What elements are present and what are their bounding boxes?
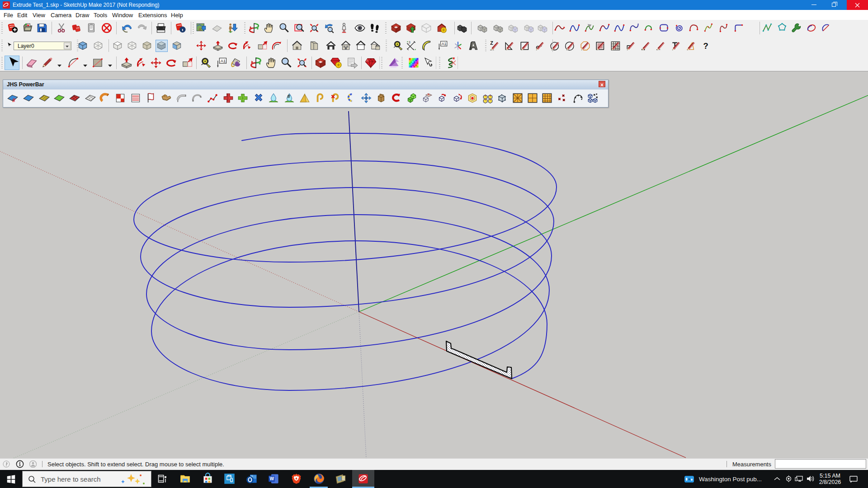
svg-text:#: # [12, 97, 15, 103]
svg-text:Z: Z [490, 40, 493, 46]
svg-text:?: ? [703, 41, 708, 51]
svg-text:#: # [288, 94, 290, 99]
svg-text:3: 3 [409, 40, 410, 44]
svg-text:A1: A1 [442, 42, 447, 46]
svg-text:W: W [270, 476, 274, 481]
svg-text:A1: A1 [221, 59, 226, 63]
